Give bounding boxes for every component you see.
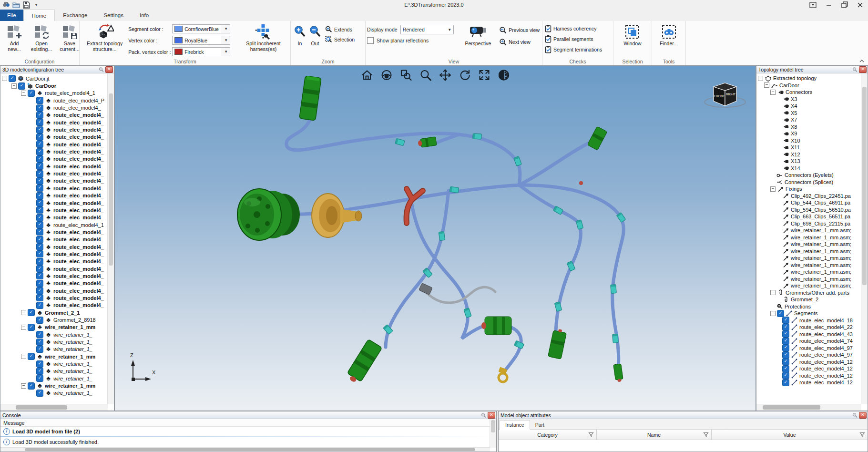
tree-row[interactable]: ✓♣wire_retainer_1_ (0, 368, 108, 375)
pan-icon[interactable] (439, 68, 452, 82)
filter-icon[interactable] (588, 432, 594, 437)
tree-row[interactable]: ✓♣route_elec_model4_ (0, 294, 108, 301)
tree-row[interactable]: ✓♣route_elec_model4_ (0, 250, 108, 257)
segment-color-dropdown-icon[interactable]: ▼ (222, 25, 230, 33)
tree-checkbox[interactable]: ✓ (777, 310, 784, 317)
expand-toggle[interactable]: – (764, 82, 769, 88)
tree-row[interactable]: X13 (756, 158, 861, 165)
tree-row[interactable]: ✓♣wire_retainer_1_ (0, 360, 108, 367)
display-mode-dropdown-icon[interactable]: ▼ (446, 25, 453, 34)
view-cube[interactable]: FRONT RIGHT (703, 79, 747, 111)
tree-row[interactable]: ✓♣route_elec_model4_ (0, 185, 108, 192)
pin-icon[interactable] (480, 412, 487, 418)
tree-row[interactable]: Clip_544_Clips_46911.pa (756, 199, 861, 206)
tree-checkbox[interactable]: ✓ (782, 351, 789, 359)
console-message-row[interactable]: iLoad 3D model from file (2) (0, 427, 496, 437)
tree-row[interactable]: ✓♣route_elec_model4_ (0, 243, 108, 250)
tree-checkbox[interactable]: ✓ (9, 75, 16, 82)
tree-row[interactable]: X5 (756, 110, 861, 117)
tree-checkbox[interactable]: ✓ (782, 372, 789, 379)
tree-row[interactable]: wire_retainer_1_mm.asm; (756, 282, 861, 289)
tree-row[interactable]: –Grommets/Other add. parts (756, 289, 861, 297)
save-icon[interactable] (22, 1, 30, 9)
tree-row[interactable]: wire_retainer_1_mm.asm; (756, 227, 861, 234)
qat-dropdown-icon[interactable]: ▾ (32, 1, 40, 9)
tree-checkbox[interactable]: ✓ (36, 339, 43, 346)
ribbon-collapse-button[interactable] (858, 57, 866, 64)
expand-toggle[interactable]: – (21, 354, 26, 359)
tree-checkbox[interactable]: ✓ (782, 344, 789, 351)
rotate-icon[interactable] (458, 68, 471, 82)
extract-topology-button[interactable]: Extract topology structure... (81, 21, 128, 58)
console-message-row[interactable]: iLoad 3D model successfully finished. (0, 437, 496, 447)
column-header-value[interactable]: Value (712, 430, 868, 440)
tree-checkbox[interactable]: ✓ (36, 119, 43, 126)
display-mode-combo[interactable]: Rendered ▼ (400, 25, 454, 34)
tree-checkbox[interactable]: ✓ (782, 324, 789, 331)
tree-row[interactable]: ✓♣route_elec_model4_ (0, 214, 108, 221)
close-panel-icon[interactable]: ✕ (859, 412, 867, 419)
tree-row[interactable]: Clip_663_Clips_56511.pa (756, 213, 861, 220)
tree-row[interactable]: –CarDoor (756, 82, 861, 89)
harness-coherency-button[interactable]: Harness coherency (544, 24, 612, 33)
tree-row[interactable]: wire_retainer_1_mm.asm; (756, 255, 861, 262)
tab-home[interactable]: Home (23, 10, 55, 21)
expand-toggle[interactable]: – (2, 76, 7, 81)
tree-row[interactable]: wire_retainer_1_mm.asm; (756, 268, 861, 276)
tree-row[interactable]: ✓♣route_elec_model4_ (0, 134, 108, 141)
expand-toggle[interactable]: – (21, 310, 26, 315)
zoom-selection-button[interactable]: Selection (324, 35, 356, 43)
tree-checkbox[interactable]: ✓ (36, 104, 43, 112)
tree-row[interactable]: Connectors (Eyelets) (756, 172, 861, 179)
split-incoherent-button[interactable]: Split incoherent harness(es) (238, 21, 289, 58)
tree-row[interactable]: ✓route_elec_model4_97 (756, 345, 861, 352)
tree-checkbox[interactable]: ✓ (36, 375, 43, 382)
tree-row[interactable]: X3 (756, 96, 861, 103)
tree-row[interactable]: –✓Segments (756, 310, 861, 317)
tree-row[interactable]: ✓♣route_elec_model4_ (0, 126, 108, 133)
tree-row[interactable]: ✓route_elec_model4_74 (756, 338, 861, 345)
expand-toggle[interactable]: – (21, 91, 26, 96)
tree-checkbox[interactable]: ✓ (36, 346, 43, 353)
tree-checkbox[interactable]: ✓ (36, 177, 43, 185)
eye-icon[interactable] (380, 68, 393, 82)
tree-checkbox[interactable]: ✓ (28, 353, 35, 360)
open-file-icon[interactable] (12, 1, 20, 9)
tree-row[interactable]: ✓♣route_elec_model4_ (0, 258, 108, 265)
filter-icon[interactable] (859, 432, 865, 437)
expand-toggle[interactable]: – (21, 383, 26, 389)
tree-row[interactable]: wire_retainer_1_mm.asm; (756, 276, 861, 283)
expand-toggle[interactable]: – (770, 290, 776, 295)
tree-row[interactable]: ✓♣route_elec_model4_ (0, 265, 108, 272)
tree-row[interactable]: X12 (756, 151, 861, 158)
tree-row[interactable]: –✓♣route_elec_model4_1 (0, 90, 108, 97)
tree-checkbox[interactable]: ✓ (18, 82, 25, 90)
expand-toggle[interactable]: – (770, 311, 776, 316)
tree-row[interactable]: Protections (756, 303, 861, 310)
tree-checkbox[interactable]: ✓ (36, 148, 43, 155)
tree-row[interactable]: X8 (756, 123, 861, 131)
tree-row[interactable]: –✓CarDoor (0, 82, 108, 89)
console-vertical-scrollbar[interactable] (490, 419, 496, 448)
tree-checkbox[interactable]: ✓ (782, 358, 789, 365)
restore-button[interactable] (837, 0, 852, 10)
tree-checkbox[interactable]: ✓ (36, 185, 43, 192)
tree-row[interactable]: X10 (756, 137, 861, 144)
zoom-in-button[interactable]: In (292, 21, 307, 58)
tree-row[interactable]: X7 (756, 116, 861, 123)
tree-row[interactable]: ✓route_elec_model4_97 (756, 351, 861, 359)
tree-row[interactable]: Connectors (Splices) (756, 179, 861, 186)
tree-row[interactable]: ✓♣route_elec_model4_ (0, 228, 108, 236)
tree-checkbox[interactable]: ✓ (36, 112, 43, 119)
tree-row[interactable]: –Connectors (756, 89, 861, 96)
tree-checkbox[interactable]: ✓ (36, 163, 43, 170)
tree-checkbox[interactable]: ✓ (36, 280, 43, 287)
tree-row[interactable]: wire_retainer_1_mm.asm; (756, 241, 861, 248)
tree-row[interactable]: –✓♣Grommet_2_1 (0, 309, 108, 316)
tree-checkbox[interactable]: ✓ (36, 302, 43, 309)
pin-icon[interactable] (98, 67, 104, 72)
tree-checkbox[interactable]: ✓ (28, 382, 35, 390)
close-panel-icon[interactable]: ✕ (859, 66, 867, 73)
tree-row[interactable]: X9 (756, 130, 861, 137)
tab-instance[interactable]: Instance (500, 420, 530, 430)
